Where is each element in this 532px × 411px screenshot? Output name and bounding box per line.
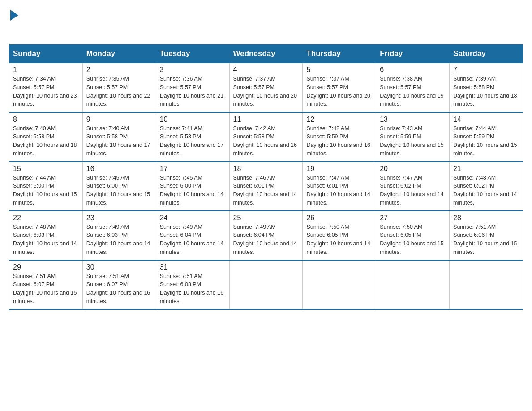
col-header-thursday: Thursday	[303, 45, 376, 63]
day-info: Sunrise: 7:37 AMSunset: 5:57 PMDaylight:…	[306, 76, 370, 107]
day-number: 25	[233, 214, 299, 222]
day-number: 10	[160, 116, 226, 124]
calendar-cell: 18 Sunrise: 7:46 AMSunset: 6:01 PMDaylig…	[229, 162, 303, 211]
day-info: Sunrise: 7:51 AMSunset: 6:06 PMDaylight:…	[453, 224, 517, 255]
calendar-cell: 2 Sunrise: 7:35 AMSunset: 5:57 PMDayligh…	[82, 63, 156, 112]
calendar-cell	[229, 260, 303, 309]
calendar-cell: 12 Sunrise: 7:42 AMSunset: 5:59 PMDaylig…	[303, 112, 376, 162]
calendar-cell: 17 Sunrise: 7:45 AMSunset: 6:00 PMDaylig…	[156, 162, 229, 211]
day-info: Sunrise: 7:37 AMSunset: 5:57 PMDaylight:…	[233, 76, 297, 107]
day-info: Sunrise: 7:47 AMSunset: 6:02 PMDaylight:…	[380, 175, 443, 206]
day-number: 7	[453, 66, 519, 74]
calendar-table: SundayMondayTuesdayWednesdayThursdayFrid…	[9, 44, 523, 310]
calendar-week-row: 15 Sunrise: 7:44 AMSunset: 6:00 PMDaylig…	[9, 162, 523, 211]
day-number: 6	[380, 66, 446, 74]
calendar-cell	[450, 260, 523, 309]
day-info: Sunrise: 7:35 AMSunset: 5:57 PMDaylight:…	[86, 76, 150, 107]
page-header	[9, 9, 523, 35]
day-number: 11	[233, 116, 299, 124]
calendar-cell: 23 Sunrise: 7:49 AMSunset: 6:03 PMDaylig…	[82, 211, 156, 260]
day-number: 24	[160, 214, 226, 222]
calendar-cell: 7 Sunrise: 7:39 AMSunset: 5:58 PMDayligh…	[450, 63, 523, 112]
calendar-cell: 15 Sunrise: 7:44 AMSunset: 6:00 PMDaylig…	[9, 162, 83, 211]
calendar-cell: 20 Sunrise: 7:47 AMSunset: 6:02 PMDaylig…	[376, 162, 450, 211]
day-number: 13	[380, 116, 446, 124]
day-number: 9	[86, 116, 152, 124]
day-info: Sunrise: 7:51 AMSunset: 6:07 PMDaylight:…	[86, 273, 150, 304]
day-number: 8	[13, 116, 79, 124]
day-number: 16	[86, 165, 152, 173]
day-info: Sunrise: 7:34 AMSunset: 5:57 PMDaylight:…	[13, 76, 77, 107]
calendar-cell: 11 Sunrise: 7:42 AMSunset: 5:58 PMDaylig…	[229, 112, 303, 162]
calendar-cell	[303, 260, 376, 309]
calendar-week-row: 8 Sunrise: 7:40 AMSunset: 5:58 PMDayligh…	[9, 112, 523, 162]
calendar-cell: 22 Sunrise: 7:48 AMSunset: 6:03 PMDaylig…	[9, 211, 83, 260]
day-number: 4	[233, 66, 299, 74]
day-number: 31	[160, 263, 226, 271]
day-info: Sunrise: 7:48 AMSunset: 6:03 PMDaylight:…	[13, 224, 77, 255]
calendar-cell: 1 Sunrise: 7:34 AMSunset: 5:57 PMDayligh…	[9, 63, 83, 112]
calendar-cell	[376, 260, 450, 309]
col-header-friday: Friday	[376, 45, 450, 63]
day-info: Sunrise: 7:50 AMSunset: 6:05 PMDaylight:…	[306, 224, 370, 255]
day-info: Sunrise: 7:50 AMSunset: 6:05 PMDaylight:…	[380, 224, 443, 255]
calendar-cell: 21 Sunrise: 7:48 AMSunset: 6:02 PMDaylig…	[450, 162, 523, 211]
calendar-cell: 19 Sunrise: 7:47 AMSunset: 6:01 PMDaylig…	[303, 162, 376, 211]
col-header-saturday: Saturday	[450, 45, 523, 63]
day-number: 5	[306, 66, 372, 74]
calendar-cell: 28 Sunrise: 7:51 AMSunset: 6:06 PMDaylig…	[450, 211, 523, 260]
day-info: Sunrise: 7:49 AMSunset: 6:03 PMDaylight:…	[86, 224, 150, 255]
col-header-wednesday: Wednesday	[229, 45, 303, 63]
calendar-cell: 27 Sunrise: 7:50 AMSunset: 6:05 PMDaylig…	[376, 211, 450, 260]
day-number: 27	[380, 214, 446, 222]
day-number: 12	[306, 116, 372, 124]
day-info: Sunrise: 7:45 AMSunset: 6:00 PMDaylight:…	[160, 175, 223, 206]
calendar-week-row: 29 Sunrise: 7:51 AMSunset: 6:07 PMDaylig…	[9, 260, 523, 309]
logo	[9, 9, 18, 35]
calendar-cell: 30 Sunrise: 7:51 AMSunset: 6:07 PMDaylig…	[82, 260, 156, 309]
day-number: 28	[453, 214, 519, 222]
day-info: Sunrise: 7:44 AMSunset: 6:00 PMDaylight:…	[13, 175, 77, 206]
day-info: Sunrise: 7:38 AMSunset: 5:57 PMDaylight:…	[380, 76, 443, 107]
calendar-cell: 13 Sunrise: 7:43 AMSunset: 5:59 PMDaylig…	[376, 112, 450, 162]
day-number: 20	[380, 165, 446, 173]
day-number: 14	[453, 116, 519, 124]
calendar-week-row: 22 Sunrise: 7:48 AMSunset: 6:03 PMDaylig…	[9, 211, 523, 260]
col-header-monday: Monday	[82, 45, 156, 63]
day-info: Sunrise: 7:46 AMSunset: 6:01 PMDaylight:…	[233, 175, 297, 206]
day-info: Sunrise: 7:39 AMSunset: 5:58 PMDaylight:…	[453, 76, 517, 107]
day-info: Sunrise: 7:42 AMSunset: 5:58 PMDaylight:…	[233, 125, 297, 157]
day-number: 2	[86, 66, 152, 74]
calendar-cell: 24 Sunrise: 7:49 AMSunset: 6:04 PMDaylig…	[156, 211, 229, 260]
calendar-cell: 16 Sunrise: 7:45 AMSunset: 6:00 PMDaylig…	[82, 162, 156, 211]
calendar-cell: 26 Sunrise: 7:50 AMSunset: 6:05 PMDaylig…	[303, 211, 376, 260]
day-info: Sunrise: 7:43 AMSunset: 5:59 PMDaylight:…	[380, 125, 443, 157]
day-number: 29	[13, 263, 79, 271]
day-number: 1	[13, 66, 79, 74]
day-info: Sunrise: 7:51 AMSunset: 6:07 PMDaylight:…	[13, 273, 77, 304]
day-info: Sunrise: 7:45 AMSunset: 6:00 PMDaylight:…	[86, 175, 150, 206]
day-number: 30	[86, 263, 152, 271]
day-number: 3	[160, 66, 226, 74]
day-info: Sunrise: 7:36 AMSunset: 5:57 PMDaylight:…	[160, 76, 223, 107]
day-number: 22	[13, 214, 79, 222]
day-number: 17	[160, 165, 226, 173]
day-info: Sunrise: 7:49 AMSunset: 6:04 PMDaylight:…	[233, 224, 297, 255]
day-number: 15	[13, 165, 79, 173]
col-header-sunday: Sunday	[9, 45, 83, 63]
day-number: 18	[233, 165, 299, 173]
day-info: Sunrise: 7:49 AMSunset: 6:04 PMDaylight:…	[160, 224, 223, 255]
calendar-cell: 25 Sunrise: 7:49 AMSunset: 6:04 PMDaylig…	[229, 211, 303, 260]
calendar-cell: 9 Sunrise: 7:40 AMSunset: 5:58 PMDayligh…	[82, 112, 156, 162]
day-info: Sunrise: 7:40 AMSunset: 5:58 PMDaylight:…	[13, 125, 77, 157]
day-number: 21	[453, 165, 519, 173]
day-info: Sunrise: 7:40 AMSunset: 5:58 PMDaylight:…	[86, 125, 150, 157]
day-number: 23	[86, 214, 152, 222]
calendar-cell: 10 Sunrise: 7:41 AMSunset: 5:58 PMDaylig…	[156, 112, 229, 162]
day-info: Sunrise: 7:42 AMSunset: 5:59 PMDaylight:…	[306, 125, 370, 157]
calendar-header-row: SundayMondayTuesdayWednesdayThursdayFrid…	[9, 45, 523, 63]
col-header-tuesday: Tuesday	[156, 45, 229, 63]
calendar-cell: 8 Sunrise: 7:40 AMSunset: 5:58 PMDayligh…	[9, 112, 83, 162]
calendar-week-row: 1 Sunrise: 7:34 AMSunset: 5:57 PMDayligh…	[9, 63, 523, 112]
calendar-cell: 31 Sunrise: 7:51 AMSunset: 6:08 PMDaylig…	[156, 260, 229, 309]
